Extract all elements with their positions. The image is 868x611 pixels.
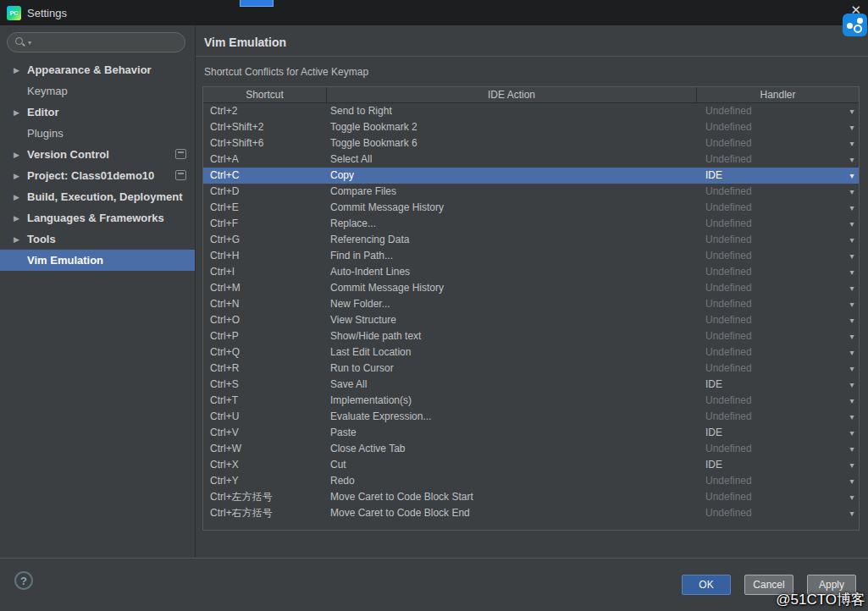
handler-dropdown[interactable]: Undefined▾ bbox=[697, 328, 859, 344]
sidebar-item-languages-frameworks[interactable]: ▶Languages & Frameworks bbox=[0, 207, 195, 228]
table-row[interactable]: Ctrl+OView StructureUndefined▾ bbox=[203, 312, 859, 328]
chevron-down-icon[interactable]: ▾ bbox=[845, 103, 859, 119]
sidebar-item-vim-emulation[interactable]: Vim Emulation bbox=[0, 250, 195, 271]
table-row[interactable]: Ctrl+ECommit Message HistoryUndefined▾ bbox=[203, 200, 859, 216]
chevron-down-icon[interactable]: ▾ bbox=[845, 361, 859, 377]
handler-dropdown[interactable]: Undefined▾ bbox=[697, 135, 859, 151]
sidebar-item-build-execution-deployment[interactable]: ▶Build, Execution, Deployment bbox=[0, 186, 195, 207]
table-row[interactable]: Ctrl+Shift+2Toggle Bookmark 2Undefined▾ bbox=[203, 119, 859, 135]
handler-dropdown[interactable]: Undefined▾ bbox=[697, 505, 859, 521]
table-row[interactable]: Ctrl+MCommit Message HistoryUndefined▾ bbox=[203, 280, 859, 296]
sidebar-item-project-class01demo10[interactable]: ▶Project: Class01demo10 bbox=[0, 165, 195, 186]
chevron-down-icon[interactable]: ▾ bbox=[845, 489, 859, 505]
table-row[interactable]: Ctrl+右方括号Move Caret to Code Block EndUnd… bbox=[203, 505, 859, 521]
handler-dropdown[interactable]: Undefined▾ bbox=[697, 409, 859, 425]
handler-dropdown[interactable]: Undefined▾ bbox=[697, 264, 859, 280]
handler-dropdown[interactable]: Undefined▾ bbox=[697, 312, 859, 328]
handler-dropdown[interactable]: IDE▾ bbox=[697, 425, 859, 441]
table-row[interactable]: Ctrl+HFind in Path...Undefined▾ bbox=[203, 248, 859, 264]
chevron-down-icon[interactable]: ▾ bbox=[845, 200, 859, 216]
handler-dropdown[interactable]: Undefined▾ bbox=[697, 200, 859, 216]
table-row[interactable]: Ctrl+DCompare FilesUndefined▾ bbox=[203, 184, 859, 200]
table-row[interactable]: Ctrl+CCopyIDE▾ bbox=[203, 168, 859, 184]
table-row[interactable]: Ctrl+YRedoUndefined▾ bbox=[203, 473, 859, 489]
handler-dropdown[interactable]: Undefined▾ bbox=[697, 361, 859, 377]
table-row[interactable]: Ctrl+UEvaluate Expression...Undefined▾ bbox=[203, 409, 859, 425]
sidebar-item-plugins[interactable]: Plugins bbox=[0, 123, 195, 144]
chevron-down-icon[interactable]: ▾ bbox=[845, 473, 859, 489]
chevron-down-icon[interactable]: ▾ bbox=[845, 377, 859, 393]
handler-dropdown[interactable]: IDE▾ bbox=[697, 457, 859, 473]
handler-dropdown[interactable]: Undefined▾ bbox=[697, 344, 859, 361]
chevron-down-icon[interactable]: ▾ bbox=[845, 344, 859, 361]
table-row[interactable]: Ctrl+XCutIDE▾ bbox=[203, 457, 859, 473]
table-row[interactable]: Ctrl+FReplace...Undefined▾ bbox=[203, 216, 859, 232]
handler-dropdown[interactable]: Undefined▾ bbox=[697, 103, 859, 119]
handler-dropdown[interactable]: Undefined▾ bbox=[697, 441, 859, 457]
column-header-ide-action[interactable]: IDE Action bbox=[327, 87, 697, 102]
table-row[interactable]: Ctrl+SSave AllIDE▾ bbox=[203, 377, 859, 393]
handler-dropdown[interactable]: Undefined▾ bbox=[697, 489, 859, 505]
chevron-down-icon[interactable]: ▾ bbox=[845, 312, 859, 328]
handler-dropdown[interactable]: Undefined▾ bbox=[697, 473, 859, 489]
chevron-down-icon[interactable]: ▾ bbox=[845, 248, 859, 264]
sidebar-item-editor[interactable]: ▶Editor bbox=[0, 102, 195, 123]
chevron-down-icon[interactable]: ▾ bbox=[845, 505, 859, 521]
chevron-down-icon[interactable]: ▾ bbox=[845, 184, 859, 200]
handler-dropdown[interactable]: Undefined▾ bbox=[697, 151, 859, 168]
handler-dropdown[interactable]: Undefined▾ bbox=[697, 296, 859, 312]
sidebar-item-keymap[interactable]: Keymap bbox=[0, 80, 195, 102]
handler-dropdown[interactable]: Undefined▾ bbox=[697, 232, 859, 248]
table-row[interactable]: Ctrl+WClose Active TabUndefined▾ bbox=[203, 441, 859, 457]
sidebar-item-tools[interactable]: ▶Tools bbox=[0, 228, 195, 250]
chevron-down-icon[interactable]: ▾ bbox=[845, 425, 859, 441]
chevron-down-icon[interactable]: ▾ bbox=[845, 168, 859, 184]
table-row[interactable]: Ctrl+TImplementation(s)Undefined▾ bbox=[203, 393, 859, 409]
table-row[interactable]: Ctrl+NNew Folder...Undefined▾ bbox=[203, 296, 859, 312]
handler-dropdown[interactable]: Undefined▾ bbox=[697, 248, 859, 264]
help-button[interactable]: ? bbox=[14, 571, 33, 590]
sidebar-item-appearance-behavior[interactable]: ▶Appearance & Behavior bbox=[0, 59, 195, 80]
handler-dropdown[interactable]: Undefined▾ bbox=[697, 216, 859, 232]
handler-dropdown[interactable]: Undefined▾ bbox=[697, 393, 859, 409]
chevron-down-icon[interactable]: ▾ bbox=[845, 441, 859, 457]
chevron-down-icon[interactable]: ▾ bbox=[845, 328, 859, 344]
chevron-down-icon[interactable]: ▾ bbox=[845, 216, 859, 232]
table-row[interactable]: Ctrl+PShow/Hide path textUndefined▾ bbox=[203, 328, 859, 344]
table-row[interactable]: Ctrl+QLast Edit LocationUndefined▾ bbox=[203, 344, 859, 361]
handler-dropdown[interactable]: Undefined▾ bbox=[697, 280, 859, 296]
table-row[interactable]: Ctrl+Shift+6Toggle Bookmark 6Undefined▾ bbox=[203, 135, 859, 151]
chevron-down-icon[interactable]: ▾ bbox=[845, 151, 859, 168]
table-row[interactable]: Ctrl+VPasteIDE▾ bbox=[203, 425, 859, 441]
handler-dropdown[interactable]: Undefined▾ bbox=[697, 119, 859, 135]
expand-arrow-icon[interactable]: ▶ bbox=[14, 108, 27, 117]
chevron-down-icon[interactable]: ▾ bbox=[845, 232, 859, 248]
handler-dropdown[interactable]: IDE▾ bbox=[697, 377, 859, 393]
table-row[interactable]: Ctrl+IAuto-Indent LinesUndefined▾ bbox=[203, 264, 859, 280]
handler-dropdown[interactable]: Undefined▾ bbox=[697, 184, 859, 200]
expand-arrow-icon[interactable]: ▶ bbox=[14, 193, 27, 201]
chevron-down-icon[interactable]: ▾ bbox=[845, 264, 859, 280]
table-row[interactable]: Ctrl+左方括号Move Caret to Code Block StartU… bbox=[203, 489, 859, 505]
table-row[interactable]: Ctrl+ASelect AllUndefined▾ bbox=[203, 151, 859, 168]
chevron-down-icon[interactable]: ▾ bbox=[845, 409, 859, 425]
handler-dropdown[interactable]: IDE▾ bbox=[697, 168, 859, 184]
settings-search-input[interactable]: ▾ bbox=[7, 32, 185, 52]
chevron-down-icon[interactable]: ▾ bbox=[845, 280, 859, 296]
table-row[interactable]: Ctrl+RRun to CursorUndefined▾ bbox=[203, 361, 859, 377]
table-row[interactable]: Ctrl+2Send to RightUndefined▾ bbox=[203, 103, 859, 119]
table-row[interactable]: Ctrl+GReferencing DataUndefined▾ bbox=[203, 232, 859, 248]
expand-arrow-icon[interactable]: ▶ bbox=[14, 172, 27, 180]
column-header-handler[interactable]: Handler bbox=[697, 87, 859, 102]
expand-arrow-icon[interactable]: ▶ bbox=[14, 66, 27, 74]
column-header-shortcut[interactable]: Shortcut bbox=[203, 87, 327, 102]
chevron-down-icon[interactable]: ▾ bbox=[845, 135, 859, 151]
sidebar-item-version-control[interactable]: ▶Version Control bbox=[0, 144, 195, 165]
chevron-down-icon[interactable]: ▾ bbox=[845, 119, 859, 135]
expand-arrow-icon[interactable]: ▶ bbox=[14, 151, 27, 159]
expand-arrow-icon[interactable]: ▶ bbox=[14, 214, 27, 223]
chevron-down-icon[interactable]: ▾ bbox=[845, 393, 859, 409]
ok-button[interactable]: OK bbox=[682, 575, 731, 595]
chevron-down-icon[interactable]: ▾ bbox=[845, 457, 859, 473]
chevron-down-icon[interactable]: ▾ bbox=[845, 296, 859, 312]
